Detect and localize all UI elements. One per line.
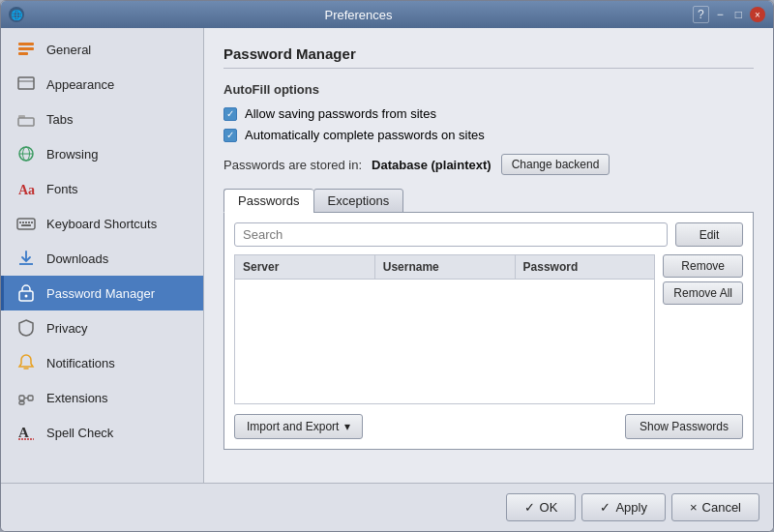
appearance-icon — [15, 74, 37, 95]
svg-rect-13 — [22, 222, 24, 223]
search-row: Edit — [234, 222, 743, 247]
svg-rect-17 — [21, 224, 31, 226]
table-header: Server Username Password — [234, 254, 655, 279]
svg-rect-22 — [19, 396, 24, 400]
tab-exceptions[interactable]: Exceptions — [313, 189, 404, 213]
minimize-button[interactable]: − — [713, 7, 728, 22]
table-body — [234, 279, 655, 404]
svg-rect-11 — [17, 219, 35, 229]
sidebar-item-appearance[interactable]: Appearance — [1, 67, 203, 102]
table-area: Server Username Password Remove Remove A… — [234, 254, 743, 404]
general-label: General — [46, 43, 91, 57]
sidebar-item-privacy[interactable]: Privacy — [1, 310, 203, 345]
autofill-option1-label: Allow saving passwords from sites — [245, 106, 436, 121]
svg-rect-3 — [18, 77, 34, 89]
fonts-label: Fonts — [46, 182, 78, 196]
sidebar-item-password-manager[interactable]: Password Manager — [1, 276, 203, 310]
table-wrapper: Server Username Password — [234, 254, 655, 404]
sidebar-item-spell-check[interactable]: A Spell Check — [1, 415, 203, 450]
keyboard-icon — [15, 213, 37, 234]
sidebar-item-tabs[interactable]: Tabs — [1, 102, 203, 136]
svg-rect-1 — [18, 47, 34, 50]
appearance-label: Appearance — [46, 77, 114, 92]
show-passwords-button[interactable]: Show Passwords — [625, 414, 743, 439]
titlebar: 🌐 Preferences ? − □ × — [1, 1, 773, 28]
general-icon — [15, 39, 37, 60]
autofill-checkbox2[interactable] — [223, 129, 237, 142]
autofill-option1-row: Allow saving passwords from sites — [223, 106, 754, 121]
spell-check-icon: A — [15, 422, 37, 443]
import-export-row: Import and Export ▾ Show Passwords — [234, 414, 743, 439]
password-manager-label: Password Manager — [46, 286, 155, 301]
sidebar-item-keyboard-shortcuts[interactable]: Keyboard Shortcuts — [1, 206, 203, 241]
privacy-icon — [15, 317, 37, 339]
downloads-label: Downloads — [46, 251, 108, 266]
preferences-window: 🌐 Preferences ? − □ × General — [0, 0, 774, 532]
edit-button[interactable]: Edit — [675, 222, 743, 247]
search-input[interactable] — [234, 222, 668, 247]
remove-button[interactable]: Remove — [663, 254, 743, 278]
svg-rect-16 — [31, 222, 33, 223]
content-area: General Appearance Tabs Browsing — [1, 28, 773, 483]
storage-value: Database (plaintext) — [372, 158, 491, 172]
browsing-label: Browsing — [46, 147, 98, 162]
main-panel: Password Manager AutoFill options Allow … — [204, 28, 773, 483]
fonts-icon: Aa — [15, 178, 37, 199]
side-buttons: Remove Remove All — [663, 254, 743, 404]
tabs-row: Passwords Exceptions — [223, 189, 754, 213]
close-button[interactable]: × — [750, 7, 765, 22]
autofill-option2-label: Automatically complete passwords on site… — [245, 128, 485, 142]
ok-label: OK — [540, 500, 558, 515]
autofill-title: AutoFill options — [223, 82, 754, 97]
tabs-label: Tabs — [46, 112, 73, 127]
notifications-label: Notifications — [46, 356, 115, 370]
svg-text:Aa: Aa — [18, 183, 35, 197]
tabs-icon — [15, 108, 37, 130]
sidebar-item-browsing[interactable]: Browsing — [1, 136, 203, 171]
spell-check-label: Spell Check — [46, 426, 113, 440]
column-username: Username — [375, 255, 516, 279]
sidebar-item-downloads[interactable]: Downloads — [1, 241, 203, 276]
help-button[interactable]: ? — [693, 6, 709, 23]
apply-button[interactable]: ✓ Apply — [581, 493, 666, 521]
ok-check-icon: ✓ — [524, 500, 535, 515]
sidebar-item-general[interactable]: General — [1, 32, 203, 67]
svg-rect-2 — [18, 52, 28, 55]
privacy-label: Privacy — [46, 321, 88, 336]
extensions-label: Extensions — [46, 391, 108, 405]
sidebar: General Appearance Tabs Browsing — [1, 28, 204, 483]
remove-all-button[interactable]: Remove All — [663, 281, 743, 305]
svg-rect-12 — [19, 222, 21, 223]
sidebar-item-notifications[interactable]: Notifications — [1, 345, 203, 380]
notifications-icon — [15, 352, 37, 373]
sidebar-item-extensions[interactable]: Extensions — [1, 380, 203, 415]
ok-button[interactable]: ✓ OK — [506, 493, 577, 521]
apply-check-icon: ✓ — [600, 500, 610, 515]
window-controls: ? − □ × — [693, 6, 765, 23]
extensions-icon — [15, 387, 37, 408]
dropdown-arrow-icon: ▾ — [344, 420, 350, 433]
svg-rect-0 — [18, 43, 34, 45]
import-export-button[interactable]: Import and Export ▾ — [234, 414, 363, 439]
change-backend-button[interactable]: Change backend — [501, 154, 610, 175]
svg-rect-6 — [18, 118, 34, 126]
autofill-checkbox1[interactable] — [223, 107, 237, 121]
cancel-x-icon: × — [690, 500, 698, 515]
autofill-option2-row: Automatically complete passwords on site… — [223, 128, 754, 142]
storage-row: Passwords are stored in: Database (plain… — [223, 154, 754, 175]
column-password: Password — [516, 255, 655, 279]
cancel-button[interactable]: × Cancel — [671, 493, 759, 521]
storage-label: Passwords are stored in: — [223, 158, 362, 172]
column-server: Server — [235, 255, 375, 279]
window-title: Preferences — [24, 8, 693, 22]
section-title: Password Manager — [223, 45, 754, 69]
sidebar-item-fonts[interactable]: Aa Fonts — [1, 171, 203, 206]
maximize-button[interactable]: □ — [731, 7, 746, 22]
apply-label: Apply — [615, 500, 647, 515]
password-manager-icon — [15, 282, 37, 304]
tab-passwords[interactable]: Passwords — [223, 189, 313, 213]
svg-rect-23 — [28, 396, 33, 400]
keyboard-shortcuts-label: Keyboard Shortcuts — [46, 217, 157, 231]
svg-point-20 — [25, 295, 28, 298]
app-icon: 🌐 — [9, 7, 24, 22]
